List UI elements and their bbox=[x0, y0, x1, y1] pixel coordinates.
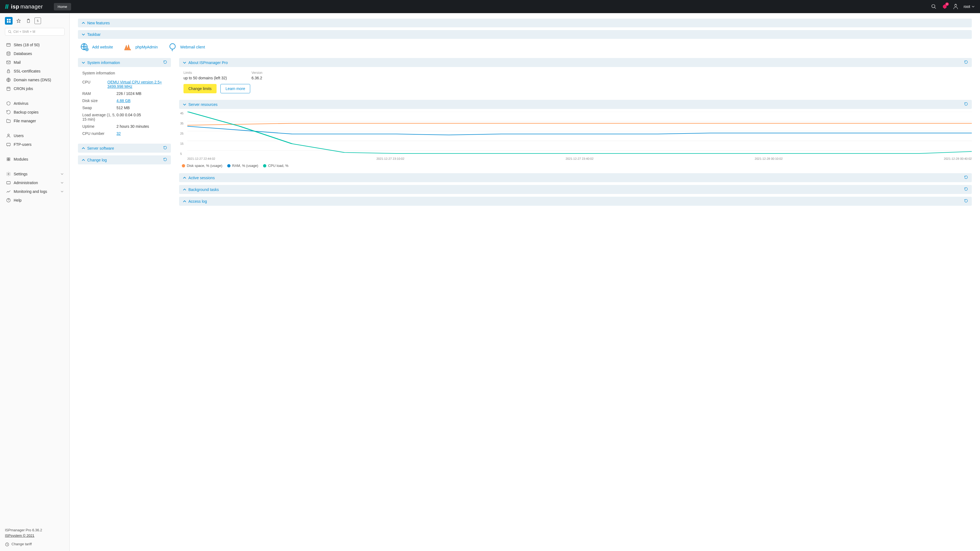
svg-rect-28 bbox=[7, 159, 8, 161]
refresh-icon[interactable] bbox=[163, 158, 167, 162]
nav-label: File manager bbox=[14, 119, 36, 123]
panel-change-log[interactable]: Change log bbox=[78, 155, 171, 164]
nav-icon bbox=[6, 172, 11, 177]
nav-label: Users bbox=[14, 134, 24, 138]
tab-home[interactable]: Home bbox=[54, 3, 71, 10]
globe-plus-icon bbox=[80, 43, 89, 51]
refresh-icon[interactable] bbox=[964, 102, 968, 107]
logo-suffix: manager bbox=[20, 3, 43, 10]
sidebar-item-domain-names-dns-[interactable]: Domain names (DNS) bbox=[5, 75, 65, 84]
sidebar-item-administration[interactable]: Administration bbox=[5, 178, 65, 187]
limits-value: up to 50 domains (left 32) bbox=[183, 76, 227, 80]
chevron-up-icon bbox=[82, 158, 85, 162]
panel-background-tasks[interactable]: Background tasks bbox=[179, 185, 972, 194]
sidebar-item-backup-copies[interactable]: Backup copies bbox=[5, 108, 65, 116]
page-5-icon[interactable]: 5 bbox=[35, 18, 41, 24]
clipboard-icon[interactable] bbox=[25, 17, 32, 25]
info-value[interactable]: 4.88 GB bbox=[116, 99, 130, 103]
refresh-icon[interactable] bbox=[964, 199, 968, 204]
notification-badge: 2 bbox=[945, 2, 949, 6]
info-value: 0.00 0.04 0.05 bbox=[116, 113, 141, 121]
taskbar-label: Add website bbox=[92, 45, 113, 49]
chevron-up-icon bbox=[183, 200, 186, 203]
change-tariff[interactable]: Change tariff bbox=[5, 541, 65, 547]
panel-server-resources[interactable]: Server resources bbox=[179, 100, 972, 109]
chart-series bbox=[187, 123, 972, 125]
panel-active-sessions[interactable]: Active sessions bbox=[179, 173, 972, 182]
svg-rect-31 bbox=[6, 182, 10, 184]
sidebar-item-databases[interactable]: Databases bbox=[5, 49, 65, 58]
svg-rect-3 bbox=[7, 19, 8, 21]
sysinfo-row: CPU number32 bbox=[82, 130, 167, 137]
svg-rect-16 bbox=[7, 71, 10, 73]
sidebar-footer: ISPmanager Pro 6.36.2 ISPsystem © 2021 C… bbox=[5, 527, 65, 547]
nav-icon bbox=[6, 68, 11, 73]
legend-dot bbox=[263, 164, 266, 167]
info-value[interactable]: 32 bbox=[116, 131, 121, 136]
change-limits-button[interactable]: Change limits bbox=[183, 84, 216, 93]
refresh-icon[interactable] bbox=[163, 146, 167, 150]
info-value[interactable]: QEMU Virtual CPU version 2.5+ 3499.998 M… bbox=[107, 80, 167, 89]
panel-taskbar[interactable]: Taskbar bbox=[78, 30, 972, 39]
panel-new-features[interactable]: New features bbox=[78, 19, 972, 27]
search-icon bbox=[8, 30, 12, 33]
panel-about[interactable]: About ISPmanager Pro bbox=[179, 58, 972, 67]
app-logo: ispmanager bbox=[5, 3, 43, 10]
refresh-icon[interactable] bbox=[163, 60, 167, 65]
panel-title: Change log bbox=[87, 158, 107, 162]
sidebar-item-monitoring-and-logs[interactable]: Monitoring and logs bbox=[5, 187, 65, 196]
panel-server-software[interactable]: Server software bbox=[78, 143, 171, 153]
sidebar-item-users[interactable]: Users bbox=[5, 131, 65, 140]
svg-marker-7 bbox=[17, 19, 20, 22]
svg-point-22 bbox=[8, 134, 9, 136]
sidebar-item-ssl-certificates[interactable]: SSL-certificates bbox=[5, 67, 65, 75]
dashboard-view-icon[interactable] bbox=[5, 17, 13, 25]
taskbar-add-website[interactable]: Add website bbox=[80, 43, 113, 51]
nav-label: Databases bbox=[14, 51, 32, 56]
learn-more-button[interactable]: Learn more bbox=[220, 84, 250, 93]
sidebar-item-cron-jobs[interactable]: CRON jobs bbox=[5, 84, 65, 93]
sidebar-item-antivirus[interactable]: Antivirus bbox=[5, 99, 65, 108]
user-menu[interactable]: root bbox=[964, 5, 975, 9]
nav-label: SSL-certificates bbox=[14, 69, 40, 73]
phpmyadmin-icon bbox=[123, 43, 132, 51]
sidebar-item-mail[interactable]: Mail bbox=[5, 58, 65, 67]
sidebar-item-help[interactable]: Help bbox=[5, 196, 65, 205]
svg-rect-23 bbox=[6, 143, 10, 146]
taskbar-phpmyadmin[interactable]: phpMyAdmin bbox=[123, 43, 158, 51]
username: root bbox=[964, 5, 970, 9]
user-icon[interactable] bbox=[953, 3, 959, 10]
search-icon[interactable] bbox=[931, 3, 937, 10]
nav-icon bbox=[6, 60, 11, 65]
panel-access-log[interactable]: Access log bbox=[179, 197, 972, 206]
sidebar-item-sites-18-of-50-[interactable]: Sites (18 of 50) bbox=[5, 40, 65, 49]
notifications-icon[interactable]: 2 bbox=[942, 3, 948, 10]
svg-point-10 bbox=[8, 30, 11, 33]
chevron-down-icon bbox=[183, 103, 186, 106]
x-tick: 2021-12-27 23:40:02 bbox=[565, 157, 593, 160]
refresh-icon[interactable] bbox=[964, 60, 968, 65]
refresh-icon[interactable] bbox=[964, 175, 968, 180]
x-tick: 2021-12-27 22:44:02 bbox=[187, 157, 215, 160]
sidebar-search[interactable]: Ctrl + Shift + M bbox=[5, 28, 65, 35]
legend-label: Disk space, % (usage) bbox=[187, 164, 222, 168]
chevron-down-icon bbox=[82, 33, 85, 36]
panel-system-info[interactable]: System information bbox=[78, 58, 171, 67]
sysinfo-row: Swap512 MB bbox=[82, 104, 167, 111]
chart-series bbox=[187, 111, 972, 153]
sidebar-item-modules[interactable]: Modules bbox=[5, 155, 65, 164]
nav-icon bbox=[6, 86, 11, 91]
copyright-link[interactable]: ISPsystem © 2021 bbox=[5, 533, 35, 538]
refresh-icon[interactable] bbox=[964, 187, 968, 192]
favorites-icon[interactable] bbox=[15, 17, 22, 25]
taskbar-webmail[interactable]: Webmail client bbox=[168, 43, 205, 51]
svg-point-14 bbox=[7, 52, 10, 53]
limits-label: Limits bbox=[183, 71, 227, 75]
sidebar-item-file-manager[interactable]: File manager bbox=[5, 116, 65, 125]
nav-icon bbox=[6, 133, 11, 138]
chevron-down-icon bbox=[82, 61, 85, 64]
svg-point-37 bbox=[170, 44, 175, 49]
sidebar-item-ftp-users[interactable]: FTP-users bbox=[5, 140, 65, 149]
info-value: 226 / 1024 MB bbox=[116, 91, 142, 96]
sidebar-item-settings[interactable]: Settings bbox=[5, 170, 65, 178]
